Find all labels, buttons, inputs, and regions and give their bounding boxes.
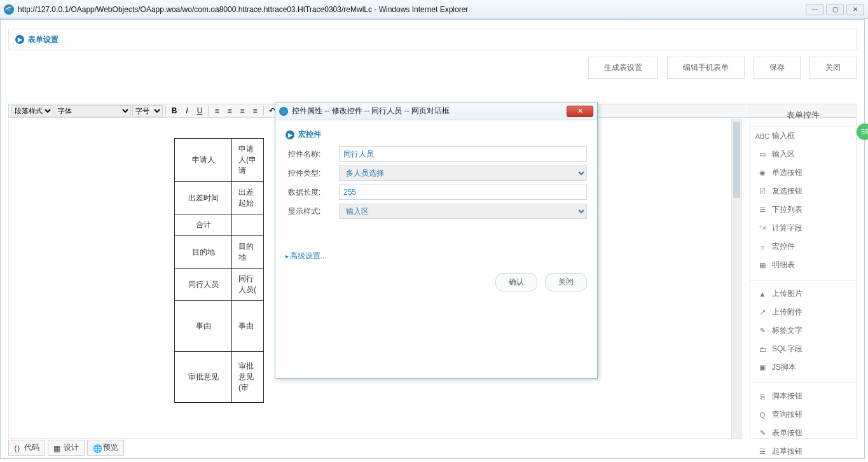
side-panel-item[interactable]: ABC输入框 bbox=[750, 127, 856, 145]
side-panel-item-label: 起草按钮 bbox=[772, 446, 803, 457]
form-row-value[interactable]: 出差起始 bbox=[232, 182, 264, 214]
side-panel-item[interactable]: ▲上传图片 bbox=[750, 284, 856, 303]
side-panel-item-icon: ⁺× bbox=[758, 224, 767, 233]
side-panel-item[interactable]: ▦明细表 bbox=[750, 256, 856, 274]
window-maximize-button[interactable]: ▢ bbox=[826, 4, 844, 15]
generate-table-settings-button[interactable]: 生成表设置 bbox=[588, 57, 658, 79]
align-left-icon[interactable]: ≡ bbox=[211, 105, 223, 116]
italic-icon[interactable]: I bbox=[181, 105, 193, 116]
side-panel-item-icon: ▦ bbox=[758, 261, 767, 270]
dialog-close-button[interactable]: ✕ bbox=[567, 106, 593, 117]
side-panel-item[interactable]: 🗀SQL字段 bbox=[750, 340, 856, 358]
side-panel-item[interactable]: ✎标签文字 bbox=[750, 321, 856, 340]
form-row-value[interactable]: 目的地 bbox=[232, 236, 264, 269]
side-panel-item-label: 脚本按钮 bbox=[772, 391, 803, 402]
chevron-right-icon: ▶ bbox=[286, 130, 294, 139]
side-panel-item[interactable]: ◉单选按钮 bbox=[750, 164, 856, 182]
form-row-label: 事由 bbox=[175, 301, 232, 352]
form-row-value[interactable]: 审批意见(审 bbox=[232, 352, 264, 403]
side-panel-title: 表单控件 bbox=[750, 104, 856, 127]
editor-mode-tabs: ⟨⟩代码 ▦设计 🌐预览 bbox=[8, 440, 124, 456]
side-panel-item-label: 表单按钮 bbox=[772, 428, 803, 438]
side-panel-item-icon: ▣ bbox=[758, 363, 767, 372]
scrollbar-thumb[interactable] bbox=[733, 122, 740, 198]
bold-icon[interactable]: B bbox=[169, 105, 180, 116]
side-panel-item-label: 上传图片 bbox=[772, 288, 803, 299]
form-row-value[interactable]: 申请人(申请 bbox=[232, 139, 264, 182]
side-panel-item-label: 标签文字 bbox=[772, 325, 803, 336]
dialog-ok-button[interactable]: 确认 bbox=[495, 273, 537, 291]
form-row-value[interactable]: 事由 bbox=[232, 301, 264, 352]
dialog-form: 控件名称: 控件类型: 多人员选择 数据长度: 显示样式: 输入区 bbox=[286, 146, 587, 219]
page-title: 表单设置 bbox=[28, 34, 59, 45]
side-panel-item-label: 单选按钮 bbox=[772, 167, 803, 178]
side-panel-item-icon: ✎ bbox=[758, 326, 767, 335]
side-panel-item-icon: ✎ bbox=[758, 429, 767, 438]
controls-side-panel: 表单控件 ABC输入框▭输入区◉单选按钮☑复选按钮☰下拉列表⁺×计算字段☼宏控件… bbox=[750, 104, 857, 439]
font-size-select[interactable]: 字号 bbox=[132, 105, 163, 116]
side-panel-item[interactable]: ☰下拉列表 bbox=[750, 200, 856, 219]
side-panel-item-icon: ⎘ bbox=[758, 392, 767, 401]
side-panel-item-label: 明细表 bbox=[772, 260, 795, 270]
control-type-label: 控件类型: bbox=[286, 168, 339, 179]
window-close-button[interactable]: ✕ bbox=[846, 4, 864, 15]
side-panel-item-icon: ☰ bbox=[758, 206, 767, 214]
font-family-select[interactable]: 字体 bbox=[55, 105, 131, 116]
page-section-header: ▶ 表单设置 bbox=[8, 29, 857, 50]
side-panel-item-label: 计算字段 bbox=[772, 223, 803, 234]
tab-code[interactable]: ⟨⟩代码 bbox=[8, 440, 45, 456]
side-panel-item[interactable]: ▭输入区 bbox=[750, 145, 856, 164]
browser-titlebar: http://127.0.0.1/OAapp/WebObjects/OAapp.… bbox=[0, 0, 868, 19]
display-style-select[interactable]: 输入区 bbox=[339, 204, 587, 219]
vertical-scrollbar[interactable] bbox=[731, 119, 741, 438]
side-panel-item-icon: ☼ bbox=[758, 242, 767, 251]
form-row-value[interactable]: 同行人员( bbox=[232, 269, 264, 301]
side-panel-item[interactable]: ⁺×计算字段 bbox=[750, 219, 856, 237]
tab-preview[interactable]: 🌐预览 bbox=[87, 440, 124, 456]
side-panel-item[interactable]: ☰起草按钮 bbox=[750, 442, 856, 461]
form-row-label: 出差时间 bbox=[175, 182, 232, 214]
align-justify-icon[interactable]: ≡ bbox=[249, 105, 261, 116]
tab-design[interactable]: ▦设计 bbox=[48, 440, 85, 456]
control-type-select[interactable]: 多人员选择 bbox=[339, 165, 587, 181]
advanced-settings-link[interactable]: 高级设置... bbox=[286, 251, 587, 262]
dialog-cancel-button[interactable]: 关闭 bbox=[545, 273, 587, 291]
side-panel-item[interactable]: ⎘脚本按钮 bbox=[750, 387, 856, 405]
control-name-input[interactable] bbox=[339, 146, 587, 162]
page-actions: 生成表设置 编辑手机表单 保存 关闭 bbox=[8, 57, 857, 79]
side-panel-item[interactable]: ☑复选按钮 bbox=[750, 182, 856, 200]
save-button[interactable]: 保存 bbox=[754, 57, 801, 79]
align-center-icon[interactable]: ≡ bbox=[224, 105, 235, 116]
side-panel-item-icon: 🗀 bbox=[758, 345, 767, 354]
side-panel-item-label: 宏控件 bbox=[772, 241, 795, 252]
chevron-right-icon: ▶ bbox=[15, 35, 24, 44]
form-row-label: 申请人 bbox=[175, 139, 232, 182]
edit-mobile-form-button[interactable]: 编辑手机表单 bbox=[667, 57, 745, 79]
side-panel-item[interactable]: ↗上传附件 bbox=[750, 303, 856, 321]
underline-icon[interactable]: U bbox=[194, 105, 205, 116]
data-length-input[interactable] bbox=[339, 185, 587, 200]
side-panel-item-icon: ▲ bbox=[758, 290, 767, 298]
side-panel-item[interactable]: Q查询按钮 bbox=[750, 405, 856, 424]
paragraph-style-select[interactable]: 段落样式 bbox=[11, 105, 53, 116]
side-panel-item-label: 复选按钮 bbox=[772, 186, 803, 197]
form-row-value[interactable] bbox=[232, 214, 264, 236]
side-panel-item-label: 输入框 bbox=[772, 130, 795, 141]
side-panel-item-label: JS脚本 bbox=[772, 362, 796, 373]
dialog-section-header: ▶ 宏控件 bbox=[286, 127, 587, 146]
form-row-label: 审批意见 bbox=[175, 352, 232, 403]
side-panel-item[interactable]: ✎表单按钮 bbox=[750, 424, 856, 442]
side-panel-item[interactable]: ▣JS脚本 bbox=[750, 358, 856, 377]
control-properties-dialog: 控件属性 -- 修改控件 -- 同行人员 -- 网页对话框 ✕ ▶ 宏控件 控件… bbox=[275, 102, 598, 379]
window-minimize-button[interactable]: — bbox=[806, 4, 823, 15]
align-right-icon[interactable]: ≡ bbox=[237, 105, 248, 116]
dialog-titlebar[interactable]: 控件属性 -- 修改控件 -- 同行人员 -- 网页对话框 ✕ bbox=[275, 102, 597, 120]
close-button[interactable]: 关闭 bbox=[809, 57, 857, 79]
form-row-label: 同行人员 bbox=[175, 269, 232, 301]
display-style-label: 显示样式: bbox=[286, 206, 339, 217]
side-panel-item[interactable]: ☼宏控件 bbox=[750, 237, 856, 256]
control-name-label: 控件名称: bbox=[286, 149, 339, 160]
design-icon: ▦ bbox=[53, 444, 61, 452]
side-panel-item-label: 输入区 bbox=[772, 149, 795, 160]
side-panel-item-label: 下拉列表 bbox=[772, 204, 803, 215]
